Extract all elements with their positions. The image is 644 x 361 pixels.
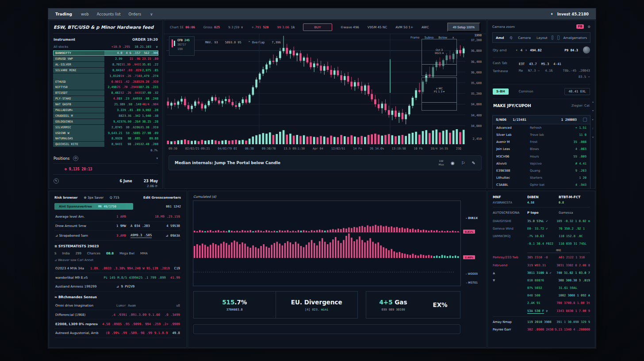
edit-icon[interactable]: ✎ [54,178,59,184]
qty-minus-button[interactable]: ‹ [516,48,517,52]
command-input-bar[interactable] [193,324,460,334]
market-stats-row[interactable]: PMO59 090 [493,188,590,189]
ledger-mixed-row[interactable]: 2.AK 91708 3700.8 1.00 3t [493,300,590,307]
market-stats-row[interactable]: C3A88LOphir bat4 .943 [493,181,590,188]
refresh-icon[interactable]: ⟳ [73,156,78,161]
watchlist-row[interactable]: NIFTY502,49825 .70 .2949387.26 .231 [53,84,158,90]
ledger-row[interactable]: DIAVGFISHE35.0 53%L ✓109 -0.32 1 0.02 m [493,217,590,225]
ledger-pink-row[interactable]: Februend319 W93.313031 3302 8 2.08 8 [493,261,590,269]
ledger-col-1[interactable]: MNF [493,195,527,199]
statement-row[interactable]: O2023 4 MYA 34a1.09. .0933 .3.30% 994.24… [54,264,181,273]
ledger-mixed-row[interactable]: ▲3011 3100 A ✓740 31.02 1 03.0 7 [493,269,590,277]
statement-tab[interactable]: Chances [87,252,100,255]
watchlist-row[interactable]: EURUSD VWP2.9915 .9623.15 .80 [53,56,158,61]
stat-card-divergence[interactable]: EU. Divergence [4] 023. mini [276,292,358,318]
side-pill-buy[interactable]: S-BH [493,88,509,95]
watchlist-row[interactable]: CRUDEOIL M8823.36 .3421,940 .38 [53,113,158,119]
watchlist-row[interactable]: BANKNIFTY4.04 6 .157562 .306 [53,50,158,56]
statement-row[interactable]: wanderlikal M9 8.v5Pi 145 M.8/5 4399425 … [54,273,181,282]
gear-icon[interactable]: ⚙ [587,25,590,29]
app-brand[interactable]: Trading [55,12,72,16]
scroll-mark-icon[interactable]: ∕ [592,127,594,130]
watchlist-row[interactable]: SILVERMIC2,874530 .628631.38 .319 [53,125,158,130]
statement-tab[interactable]: 08.8 [106,252,114,255]
date-from[interactable]: 6 June [120,179,132,183]
watchlist-row[interactable]: PLY-STAKE4.883 .23 .64033 .98 .248 [53,96,158,101]
market-stats-row[interactable]: AdvancedRefresh+ 1.51 [493,124,590,131]
ledger-col-3[interactable]: BTBT-M-FCT [559,195,590,199]
scroll-marks[interactable]: ▴▾▸∕▾ [592,100,594,138]
statement-tab[interactable]: 299 [76,252,81,255]
scroll-mark-icon[interactable]: ▴ [592,100,594,103]
menubar-item[interactable]: Accounts list [97,12,121,16]
price-value[interactable]: P9 84.3 [564,48,578,52]
chart-toolbar-item[interactable]: Gross025 [203,25,220,29]
col-ask[interactable]: 1 290003 [561,118,577,122]
ledger-mixed-row[interactable]: ▼010 88876308 300.30 3 .019 [493,277,590,284]
benchmark-row[interactable]: Omni drive ImaginationLumor Awamu8 [54,301,181,311]
chart-indicator-item[interactable]: ©wave 496 [341,25,359,29]
statement-tab[interactable]: S [54,252,56,255]
market-stats-row[interactable]: Silver LabTrove lab11 0 [493,131,590,138]
statement-tab[interactable]: India [62,252,69,255]
list-view-icon[interactable] [557,35,559,40]
margin-mode-pill[interactable]: Aint Spannavertree MR 49/1750 [54,203,133,210]
menubar-item[interactable]: Orders [129,12,142,16]
date-to[interactable]: 23 May [144,179,158,183]
watchlist-row[interactable]: SILVARE MINI8,04347 .03 .0292,975 .85 [53,68,158,73]
tab-amalgamators[interactable]: Amalgamators [564,36,587,40]
scroll-mark-icon[interactable]: ▸ [592,118,594,121]
grid-view-icon[interactable] [552,35,553,40]
margin-box[interactable]: 48.41 EXL [564,88,590,95]
margin-row[interactable]: Average level Am.1 AM918.M9 .23.159 [54,212,181,222]
chart-indicator-item[interactable]: AVM 50 1+ [395,25,413,29]
ledger-row[interactable]: LWMW3M2J.7% 10.63110 152.8 .0C [493,232,590,240]
chart-toolbar-item[interactable]: +.791520 [251,25,268,29]
scroll-mark-icon[interactable]: ▾ [592,135,594,138]
confirm-pair[interactable]: MAKE JPY/CUPOH [493,104,531,108]
chart-indicator-item[interactable]: AWC [422,25,429,29]
watchlist-row[interactable]: ETHUSD0.9011 .42 .268529.28 .319 [53,79,158,84]
candlestick-chart[interactable]: CFD 245 36737 199 MAV. 935893.0 95^ Over… [166,35,485,146]
account-balance[interactable]: Invest 45.2180 [557,12,589,16]
watchlist-row[interactable]: USDINR W9,643.2159 .588527.98 .09 [53,130,158,135]
ledger-row[interactable]: -0.1 30.4 F022116 039 31 745L [493,240,590,248]
risk-header-item[interactable]: Q 715 [110,196,119,200]
menubar-item[interactable]: web [81,12,89,16]
statement-tab[interactable]: MMA [140,252,148,255]
scroll-mark-icon[interactable]: ▾ [592,109,594,112]
order-header[interactable]: ORDER 19:20 [132,38,158,42]
market-stats-row[interactable]: AlivivtiVajicivo# 4.41 [493,160,590,167]
col-bid[interactable]: 1/23481 [513,118,526,122]
benchmark-row[interactable]: E2008, L309 0% representing4.50 .0985 .9… [54,319,181,329]
setup-button[interactable]: 49 Setup 100% [447,23,480,32]
flag-icon[interactable]: ⚐ [461,161,465,165]
market-stats-row[interactable]: Join LeasBlows4 .063 [493,146,590,153]
mini-legend-token[interactable]: Frame [410,36,420,39]
ledger-pink-row[interactable]: Pemray/233 Twb305 2310 -8A01 2122 1 310 [493,254,590,261]
order-tab[interactable]: Q [510,36,512,40]
market-stats-row[interactable]: LithuttecStarters1 20 [493,174,590,181]
positions-caret-icon[interactable]: ▾ [156,157,158,160]
margin-row[interactable]: ⊿ Strapabened 5am3.AM9A9M9.3 .505⊿ 09A3A [54,231,181,241]
watchlist-row[interactable]: 1,012019 .26 .7183,479 .274 [53,73,158,79]
col-symbol[interactable]: S/N06 [496,118,506,122]
order-tab[interactable]: Amd [496,36,504,40]
market-stats-row[interactable]: E39838BQuang9 .263 [493,167,590,174]
order-tab[interactable]: Layout [537,36,548,40]
benchmark-row[interactable]: Differencial (1968).4 .9391 .091.3.09 9.… [54,310,181,319]
order-overlay-box-1[interactable]: Oct 3 0021 ▾ [422,39,457,76]
chart-toolbar-item[interactable]: 99 3.061k [277,25,295,29]
loop-icon[interactable]: ⟳ [155,184,157,188]
price-axis[interactable]: 199837,20036,80036,40036,00035,60035,200… [462,35,485,146]
ledger-mixed-row[interactable]: 048 5001002 3008 1 092 A [493,292,590,300]
watchlist-row[interactable]: QUICKSIL KITE8,943198 .24532.48 .208 [53,142,158,147]
ledger-row[interactable]: Geneva WindE0- 33.72 ✓76 350.2 .92 1 [493,225,590,232]
watchlist-row[interactable]: NAT GASFB21.389 .98 .14948/4 .904 [53,102,158,107]
ledger-col-2[interactable]: DIBEN [527,195,559,199]
watchlist-row[interactable]: GOLDGUINEA9,42376.90 .26438.25 .28 [53,119,158,124]
statement-row[interactable]: Austiand Amness 199299⊿ 9 PV2V9 [54,282,181,292]
watchlist-row[interactable]: BTCUSDT8,48232 .26 .943137.40 .32 [53,90,158,96]
chart-indicator-item[interactable]: V95M 45 NC [368,25,387,29]
cumulative-chart[interactable]: – DIR1X 0.81% 2.40% – W0009 – M3701 [193,201,460,286]
